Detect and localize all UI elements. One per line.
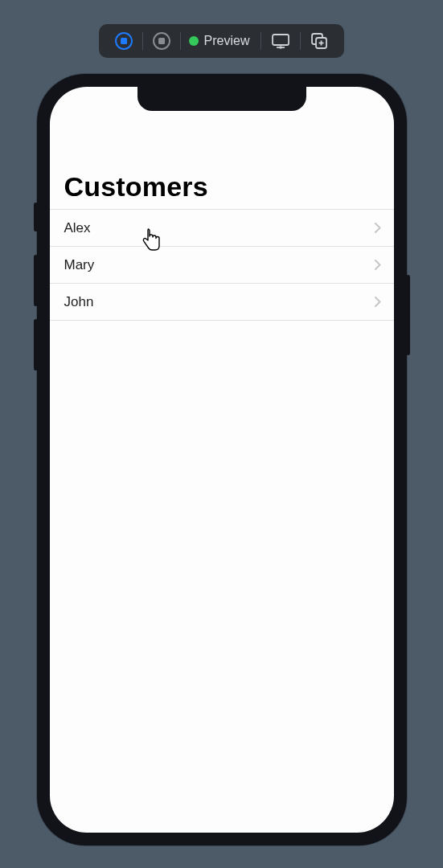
svg-rect-1 bbox=[121, 38, 127, 44]
customer-list: Alex Mary John bbox=[50, 209, 394, 321]
customer-row[interactable]: John bbox=[50, 284, 394, 321]
customer-name: Mary bbox=[64, 257, 95, 273]
record-icon bbox=[153, 32, 170, 50]
simulator-toolbar: Preview bbox=[99, 24, 345, 58]
chevron-right-icon bbox=[375, 223, 381, 233]
status-dot-icon bbox=[189, 36, 199, 46]
svg-rect-4 bbox=[273, 35, 289, 45]
phone-notch bbox=[137, 87, 306, 111]
phone-power-button bbox=[406, 275, 410, 355]
toolbar-divider bbox=[300, 32, 301, 50]
preview-label: Preview bbox=[204, 34, 250, 48]
customer-name: John bbox=[64, 294, 94, 310]
customer-row[interactable]: Alex bbox=[50, 210, 394, 247]
svg-rect-3 bbox=[158, 38, 165, 44]
toolbar-divider bbox=[142, 32, 143, 50]
customer-row[interactable]: Mary bbox=[50, 247, 394, 284]
app-content: Customers Alex Mary John bbox=[50, 87, 394, 321]
toolbar-divider bbox=[260, 32, 261, 50]
preview-button[interactable]: Preview bbox=[183, 34, 260, 48]
chevron-right-icon bbox=[375, 260, 381, 270]
duplicate-button[interactable] bbox=[302, 29, 336, 53]
phone-volume-up bbox=[34, 255, 38, 306]
monitor-icon bbox=[271, 33, 290, 49]
stop-icon bbox=[115, 32, 133, 50]
phone-screen: Customers Alex Mary John bbox=[50, 87, 394, 833]
duplicate-plus-icon bbox=[310, 32, 328, 50]
page-title: Customers bbox=[50, 171, 394, 209]
stop-button[interactable] bbox=[107, 29, 141, 53]
chevron-right-icon bbox=[375, 297, 381, 307]
customer-name: Alex bbox=[64, 220, 91, 236]
toolbar-divider bbox=[180, 32, 181, 50]
phone-frame: Customers Alex Mary John bbox=[37, 74, 407, 845]
device-select-button[interactable] bbox=[263, 29, 298, 53]
phone-volume-down bbox=[34, 319, 38, 371]
record-button[interactable] bbox=[145, 29, 178, 53]
phone-silent-switch bbox=[34, 203, 38, 231]
